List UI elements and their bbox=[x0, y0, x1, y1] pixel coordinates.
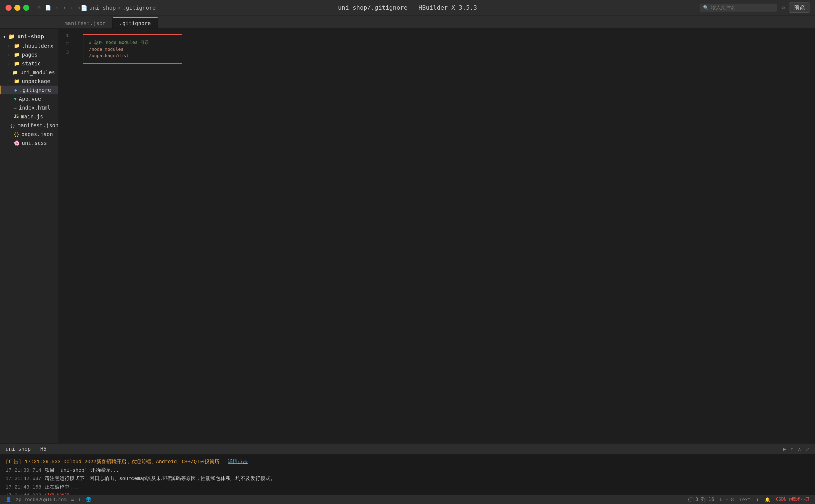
log-time-1: 17:21:39.714 bbox=[6, 466, 41, 475]
html-icon: ≡ bbox=[14, 105, 17, 110]
chevron-right-icon: › bbox=[8, 61, 12, 66]
tab-manifest-json[interactable]: manifest.json bbox=[58, 17, 113, 28]
sidebar-item-unpackage[interactable]: › 📁 unpackage bbox=[0, 77, 58, 86]
sidebar-item-label: pages.json bbox=[21, 131, 53, 137]
encoding: UTF-8 bbox=[720, 497, 734, 502]
preview-button[interactable]: 预览 bbox=[789, 2, 809, 13]
breadcrumb-sep: > bbox=[118, 4, 121, 11]
log-line-3: 17:21:43.158 正在编译中... bbox=[6, 483, 809, 492]
tab-bar: manifest.json .gitignore bbox=[0, 15, 815, 29]
sidebar-item-label: uni.scss bbox=[22, 140, 47, 146]
sidebar-item-uni-scss[interactable]: 🌸 uni.scss bbox=[0, 139, 58, 147]
log-time-3: 17:21:43.158 bbox=[6, 483, 41, 492]
sidebar-root-label: uni-shop bbox=[17, 33, 44, 40]
sidebar-item-gitignore[interactable]: ◆ .gitignore bbox=[0, 86, 58, 94]
folder-icon: 📁 bbox=[14, 52, 20, 57]
sidebar: ▾ 📁 uni-shop › 📁 .hbuilderx › 📁 pages › … bbox=[0, 29, 58, 443]
breadcrumb: 📄 uni-shop > .gitignore bbox=[81, 4, 156, 11]
new-file-icon[interactable]: 📄 bbox=[45, 5, 51, 10]
filter-icon[interactable]: ⚙ bbox=[782, 5, 785, 10]
status-left: 👤 zp_roc0826@163.com ≡ ⬇ 🌐 bbox=[6, 497, 91, 502]
folder-icon: 📁 bbox=[14, 61, 20, 66]
js-icon: JS bbox=[14, 114, 19, 119]
json-icon: {} bbox=[10, 123, 15, 128]
code-body: # 忽略 node_modules 目录 /node_modules /unpa… bbox=[75, 31, 815, 67]
search-icon: 🔍 bbox=[703, 5, 709, 10]
bell-icon: 🔔 bbox=[764, 497, 770, 502]
user-email: zp_roc0826@163.com bbox=[16, 497, 67, 502]
editor-content: 1 2 3 # 忽略 node_modules 目录 /node_modules… bbox=[58, 29, 815, 67]
expand-icon[interactable]: ⤢ bbox=[805, 446, 809, 452]
log-ad-prefix: [广告] bbox=[6, 458, 22, 466]
minimize-button[interactable] bbox=[14, 5, 20, 11]
code-line-3: /unpackage/dist bbox=[89, 52, 176, 59]
sidebar-item-pages-json[interactable]: {} pages.json bbox=[0, 130, 58, 139]
line-num-2: 2 bbox=[58, 40, 69, 48]
root-folder-icon: 📁 bbox=[8, 33, 15, 40]
bookmark-icon[interactable]: ☆ bbox=[70, 5, 73, 10]
breadcrumb-project[interactable]: uni-shop bbox=[89, 4, 116, 11]
sidebar-item-app-vue[interactable]: ▼ App.vue bbox=[0, 94, 58, 103]
folder-icon: 📁 bbox=[14, 43, 20, 49]
chevron-right-icon: › bbox=[8, 52, 12, 57]
cursor-position: 行:3 列:16 bbox=[688, 496, 714, 503]
tab-manifest-json-label: manifest.json bbox=[65, 20, 106, 26]
sidebar-item-label: static bbox=[22, 60, 41, 67]
editor-area[interactable]: 1 2 3 # 忽略 node_modules 目录 /node_modules… bbox=[58, 29, 815, 443]
globe-icon: 🌐 bbox=[86, 497, 91, 502]
log-text-1: 项目 'uni-shop' 开始编译... bbox=[45, 466, 119, 475]
sidebar-toggle-icon[interactable]: ⊞ bbox=[38, 5, 41, 10]
run-icon[interactable]: ▷ bbox=[78, 5, 81, 10]
log-time-2: 17:21:42.637 bbox=[6, 474, 41, 483]
sidebar-item-uni-modules[interactable]: › 📁 uni_modules bbox=[0, 68, 58, 77]
console-title: uni-shop - H5 bbox=[6, 446, 47, 452]
file-type: Text bbox=[739, 497, 751, 502]
forward-icon[interactable]: › bbox=[63, 5, 66, 10]
collapse-icon[interactable]: ∧ bbox=[798, 446, 801, 452]
sidebar-item-label: .gitignore bbox=[19, 87, 51, 93]
export-icon[interactable]: ⬆ bbox=[790, 446, 793, 452]
log-text-2: 请注意运行模式下，因日志输出、sourcemap以及未压缩源码等原因，性能和包体… bbox=[45, 474, 275, 483]
status-right: 行:3 列:16 UTF-8 Text ⬆ 🔔 CSDN @魔术小丑 bbox=[688, 496, 809, 503]
log-line-ad: [广告] 17:21:39.533 DCloud 2022新春招聘开启，欢迎前端… bbox=[6, 458, 809, 466]
sidebar-root[interactable]: ▾ 📁 uni-shop bbox=[0, 31, 58, 41]
main-layout: ▾ 📁 uni-shop › 📁 .hbuilderx › 📁 pages › … bbox=[0, 29, 815, 443]
sidebar-item-hbuilderx[interactable]: › 📁 .hbuilderx bbox=[0, 41, 58, 50]
console-actions: ▶ ⬆ ∧ ⤢ bbox=[783, 446, 809, 452]
csdn-label: CSDN @魔术小丑 bbox=[776, 497, 809, 502]
tab-gitignore[interactable]: .gitignore bbox=[113, 17, 158, 28]
window-title: uni-shop/.gitignore - HBuilder X 3.5.3 bbox=[338, 4, 477, 11]
console-bar: uni-shop - H5 ▶ ⬆ ∧ ⤢ bbox=[0, 443, 815, 454]
back-icon[interactable]: ‹ bbox=[55, 5, 59, 10]
close-button[interactable] bbox=[6, 5, 12, 11]
chevron-right-icon: › bbox=[8, 79, 12, 83]
sidebar-item-index-html[interactable]: ≡ index.html bbox=[0, 103, 58, 112]
run-console-icon[interactable]: ▶ bbox=[783, 446, 786, 452]
download-icon: ⬇ bbox=[78, 497, 81, 502]
sidebar-item-label: manifest.json bbox=[17, 122, 58, 128]
sidebar-item-pages[interactable]: › 📁 pages bbox=[0, 50, 58, 59]
user-icon: 👤 bbox=[6, 497, 11, 502]
breadcrumb-file[interactable]: .gitignore bbox=[123, 4, 156, 11]
sidebar-item-main-js[interactable]: JS main.js bbox=[0, 112, 58, 121]
log-ad-link[interactable]: 详情点击 bbox=[228, 458, 248, 466]
sidebar-item-manifest-json[interactable]: {} manifest.json bbox=[0, 121, 58, 130]
line-numbers: 1 2 3 bbox=[58, 31, 75, 67]
search-box[interactable]: 🔍 bbox=[700, 4, 777, 12]
sidebar-item-label: uni_modules bbox=[20, 69, 55, 75]
folder-icon: 📁 bbox=[12, 70, 18, 75]
titlebar-right: 🔍 ⚙ 预览 bbox=[700, 2, 809, 13]
chevron-right-icon: › bbox=[8, 70, 10, 75]
log-line-1: 17:21:39.714 项目 'uni-shop' 开始编译... bbox=[6, 466, 809, 475]
log-text-3: 正在编译中... bbox=[45, 483, 78, 492]
sidebar-item-label: App.vue bbox=[19, 96, 41, 102]
scss-icon: 🌸 bbox=[14, 140, 20, 146]
code-block: # 忽略 node_modules 目录 /node_modules /unpa… bbox=[83, 34, 182, 64]
titlebar-left-actions: ⊞ 📄 ‹ › ☆ ▷ bbox=[38, 5, 81, 10]
traffic-lights bbox=[6, 5, 29, 11]
sidebar-item-static[interactable]: › 📁 static bbox=[0, 59, 58, 68]
sidebar-item-label: pages bbox=[22, 52, 38, 58]
breadcrumb-file-icon: 📄 bbox=[81, 4, 88, 11]
search-input[interactable] bbox=[711, 5, 774, 10]
maximize-button[interactable] bbox=[23, 5, 29, 11]
